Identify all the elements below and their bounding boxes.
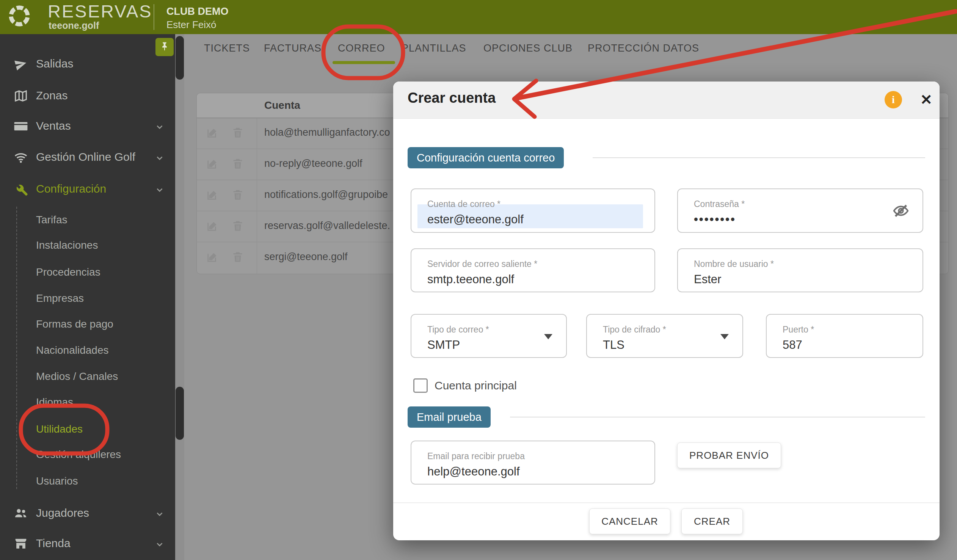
sidebar-item-idiomas[interactable]: Idiomas <box>0 395 167 410</box>
account-email: no-reply@teeone.golf <box>264 158 362 169</box>
edit-icon[interactable] <box>206 157 220 171</box>
close-icon[interactable]: ✕ <box>918 91 935 109</box>
section-badge-config: Configuración cuenta correo <box>407 147 564 168</box>
account-email: reservas.golf@valledeleste. <box>264 220 390 232</box>
edit-icon[interactable] <box>206 219 220 233</box>
brand-subtitle: teeone.golf <box>49 20 99 31</box>
tab-plantillas[interactable]: PLANTILLAS <box>401 43 466 54</box>
cuenta-correo-field[interactable]: Cuenta de correo * ester@teeone.golf <box>411 188 655 233</box>
dropdown-caret-icon <box>720 334 729 339</box>
edit-icon[interactable] <box>206 126 220 140</box>
sidebar-item-salidas[interactable]: Salidas <box>0 55 174 73</box>
submenu-label: Gestión alquileres <box>36 448 121 461</box>
field-label: Nombre de usuario * <box>694 259 774 269</box>
active-tab-underline <box>333 61 395 64</box>
sidebar-item-configuracion[interactable]: Configuración <box>0 180 174 198</box>
sidebar-item-usuarios[interactable]: Usuarios <box>0 473 167 489</box>
sidebar-item-medios-canales[interactable]: Medios / Canales <box>0 369 167 384</box>
trash-icon[interactable] <box>231 251 245 264</box>
submenu-label: Formas de pago <box>36 318 114 330</box>
trash-icon[interactable] <box>231 188 245 202</box>
field-value: Ester <box>694 273 721 286</box>
dropdown-caret-icon <box>544 334 553 339</box>
sidebar-item-label: Salidas <box>36 57 73 70</box>
eye-off-icon[interactable] <box>892 202 910 219</box>
top-header-bar: RESERVAS teeone.golf CLUB DEMO Ester Fei… <box>0 0 957 34</box>
sidebar-scrollbar[interactable] <box>175 34 184 560</box>
cuenta-principal-label: Cuenta principal <box>434 379 517 392</box>
trash-icon[interactable] <box>231 219 245 233</box>
sidebar-item-label: Tienda <box>36 537 71 550</box>
sidebar-item-nacionalidades[interactable]: Nacionalidades <box>0 343 167 358</box>
chevron-down-icon <box>155 539 164 549</box>
storefront-icon <box>14 536 29 552</box>
email-prueba-field[interactable]: Email para recibir prueba help@teeone.go… <box>411 440 655 484</box>
field-value: SMTP <box>427 338 460 352</box>
sidebar-item-formas-de-pago[interactable]: Formas de pago <box>0 317 167 332</box>
submenu-label: Usuarios <box>36 475 78 487</box>
sidebar-nav: Salidas Zonas Ventas Gestión Online Golf… <box>0 34 184 560</box>
tab-opciones-club[interactable]: OPCIONES CLUB <box>483 43 573 54</box>
sidebar-item-zonas[interactable]: Zonas <box>0 87 174 105</box>
field-value: help@teeone.golf <box>427 465 520 478</box>
tipo-correo-select[interactable]: Tipo de correo * SMTP <box>411 314 567 358</box>
crear-cuenta-dialog: Crear cuenta Configuración cuenta correo… <box>393 82 940 540</box>
puerto-field[interactable]: Puerto * 587 <box>766 314 923 358</box>
submenu-label: Medios / Canales <box>36 371 118 383</box>
sidebar-item-jugadores[interactable]: Jugadores <box>0 504 174 522</box>
contrasena-field[interactable]: Contraseña * •••••••• <box>677 188 923 233</box>
field-label: Puerto * <box>783 325 814 335</box>
edit-icon[interactable] <box>206 188 220 202</box>
sidebar-item-tarifas[interactable]: Tarifas <box>0 212 167 227</box>
account-email: notifications.golf@grupoibe <box>264 189 388 200</box>
dialog-title: Crear cuenta <box>407 90 496 106</box>
current-user-name: Ester Feixó <box>166 19 216 31</box>
field-label: Cuenta de correo * <box>427 199 501 209</box>
wifi-icon <box>14 150 29 165</box>
footer-divider <box>393 502 940 503</box>
cuenta-principal-checkbox[interactable] <box>413 379 428 393</box>
submenu-label: Nacionalidades <box>36 344 109 357</box>
credit-card-icon <box>14 119 29 134</box>
section-divider <box>510 417 925 418</box>
crear-button[interactable]: CREAR <box>681 508 743 534</box>
field-label: Email para recibir prueba <box>427 451 525 461</box>
app-root: RESERVAS teeone.golf CLUB DEMO Ester Fei… <box>0 0 957 560</box>
column-header-cuenta: Cuenta <box>264 99 300 112</box>
tab-correo[interactable]: CORREO <box>338 43 385 54</box>
sidebar-item-instalaciones[interactable]: Instalaciones <box>0 238 167 253</box>
sidebar-item-ventas[interactable]: Ventas <box>0 117 174 136</box>
sidebar-item-label: Ventas <box>36 120 71 133</box>
sidebar-item-empresas[interactable]: Empresas <box>0 291 167 306</box>
field-label: Servidor de correo saliente * <box>427 259 537 269</box>
header-divider <box>153 4 154 30</box>
wrench-icon <box>14 182 29 197</box>
sidebar-item-tienda[interactable]: Tienda <box>0 535 174 553</box>
servidor-field[interactable]: Servidor de correo saliente * smtp.teeon… <box>411 248 655 292</box>
club-name: CLUB DEMO <box>166 6 229 17</box>
map-icon <box>14 89 29 104</box>
sidebar-item-gestion-alquileres[interactable]: Gestión alquileres <box>0 447 167 462</box>
cancelar-button[interactable]: CANCELAR <box>589 508 670 534</box>
trash-icon[interactable] <box>231 157 245 171</box>
chevron-down-icon <box>155 153 164 162</box>
info-icon[interactable]: i <box>884 91 902 109</box>
field-value: •••••••• <box>694 213 736 226</box>
trash-icon[interactable] <box>231 126 245 140</box>
tab-tickets[interactable]: TICKETS <box>204 43 250 54</box>
reservas-logo-icon <box>8 4 31 29</box>
field-label: Tipo de cifrado * <box>603 325 666 335</box>
tab-proteccion-datos[interactable]: PROTECCIÓN DATOS <box>588 43 699 54</box>
sidebar-pin-button[interactable] <box>155 38 174 56</box>
sidebar-item-procedencias[interactable]: Procedencias <box>0 265 167 280</box>
scrollbar-thumb[interactable] <box>175 36 184 80</box>
tab-facturas[interactable]: FACTURAS <box>264 43 322 54</box>
scrollbar-thumb[interactable] <box>175 387 184 440</box>
edit-icon[interactable] <box>206 251 220 264</box>
nombre-usuario-field[interactable]: Nombre de usuario * Ester <box>677 248 923 292</box>
sidebar-item-utilidades[interactable]: Utilidades <box>0 421 167 437</box>
sidebar-item-gestion-online-golf[interactable]: Gestión Online Golf <box>0 148 174 166</box>
sidebar-item-label: Configuración <box>36 182 106 195</box>
tipo-cifrado-select[interactable]: Tipo de cifrado * TLS <box>586 314 743 358</box>
probar-envio-button[interactable]: PROBAR ENVÍO <box>677 442 781 468</box>
